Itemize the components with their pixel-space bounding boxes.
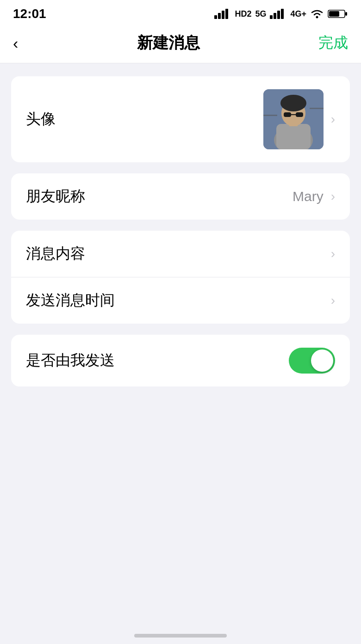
message-card: 消息内容 › 发送消息时间 › <box>11 231 350 324</box>
svg-rect-6 <box>277 11 280 19</box>
battery-icon <box>328 9 348 19</box>
message-content-label: 消息内容 <box>26 244 85 264</box>
avatar-image <box>263 89 324 149</box>
send-by-me-row[interactable]: 是否由我发送 <box>11 335 350 386</box>
status-bar: 12:01 HD2 5G 4G+ <box>0 0 361 25</box>
svg-rect-4 <box>270 15 273 19</box>
nickname-label: 朋友昵称 <box>26 186 85 207</box>
4g-label: 4G+ <box>290 9 306 19</box>
send-by-me-label: 是否由我发送 <box>26 350 115 371</box>
nickname-card: 朋友昵称 Mary › <box>11 173 350 220</box>
avatar-row[interactable]: 头像 <box>11 76 350 162</box>
4g-signal-icon <box>270 9 286 19</box>
avatar-row-right: › <box>263 89 335 149</box>
home-indicator <box>134 634 227 638</box>
send-by-me-right <box>289 348 335 374</box>
svg-point-18 <box>280 95 306 111</box>
message-time-chevron: › <box>331 293 335 308</box>
avatar-card: 头像 <box>11 76 350 162</box>
nickname-row[interactable]: 朋友昵称 Mary › <box>11 173 350 220</box>
message-content-chevron: › <box>331 246 335 261</box>
nickname-row-right: Mary › <box>293 189 335 204</box>
avatar-label: 头像 <box>26 109 56 129</box>
hd2-label: HD2 <box>235 9 251 19</box>
svg-rect-7 <box>281 9 284 19</box>
status-time: 12:01 <box>13 6 46 21</box>
back-button[interactable]: ‹ <box>13 35 18 51</box>
svg-point-8 <box>316 16 318 18</box>
page-title: 新建消息 <box>137 32 200 54</box>
done-button[interactable]: 完成 <box>318 33 348 53</box>
svg-rect-3 <box>225 9 228 19</box>
svg-rect-0 <box>214 15 217 19</box>
svg-rect-19 <box>284 112 291 117</box>
signal-icon <box>214 9 231 19</box>
svg-rect-11 <box>329 11 339 17</box>
content-area: 头像 <box>0 63 361 399</box>
toggle-thumb <box>311 350 333 372</box>
avatar-thumbnail <box>263 89 324 149</box>
toggle-card: 是否由我发送 <box>11 335 350 386</box>
wifi-icon <box>310 9 324 19</box>
svg-rect-23 <box>310 108 324 109</box>
5g-label: 5G <box>255 9 266 19</box>
avatar-chevron: › <box>331 112 335 127</box>
svg-rect-15 <box>276 124 311 149</box>
message-content-row[interactable]: 消息内容 › <box>11 231 350 277</box>
svg-rect-10 <box>345 12 347 16</box>
svg-rect-2 <box>222 11 224 19</box>
nickname-chevron: › <box>331 189 335 204</box>
message-time-row[interactable]: 发送消息时间 › <box>11 277 350 324</box>
send-by-me-toggle[interactable] <box>289 348 335 374</box>
nickname-value: Mary <box>293 189 324 204</box>
message-time-label: 发送消息时间 <box>26 290 115 311</box>
message-time-right: › <box>331 293 335 308</box>
message-content-right: › <box>331 246 335 261</box>
nav-bar: ‹ 新建消息 完成 <box>0 25 361 63</box>
svg-rect-1 <box>218 13 221 19</box>
svg-rect-20 <box>296 112 303 117</box>
svg-rect-5 <box>274 13 276 19</box>
svg-rect-22 <box>263 115 277 116</box>
status-icons: HD2 5G 4G+ <box>214 9 348 19</box>
